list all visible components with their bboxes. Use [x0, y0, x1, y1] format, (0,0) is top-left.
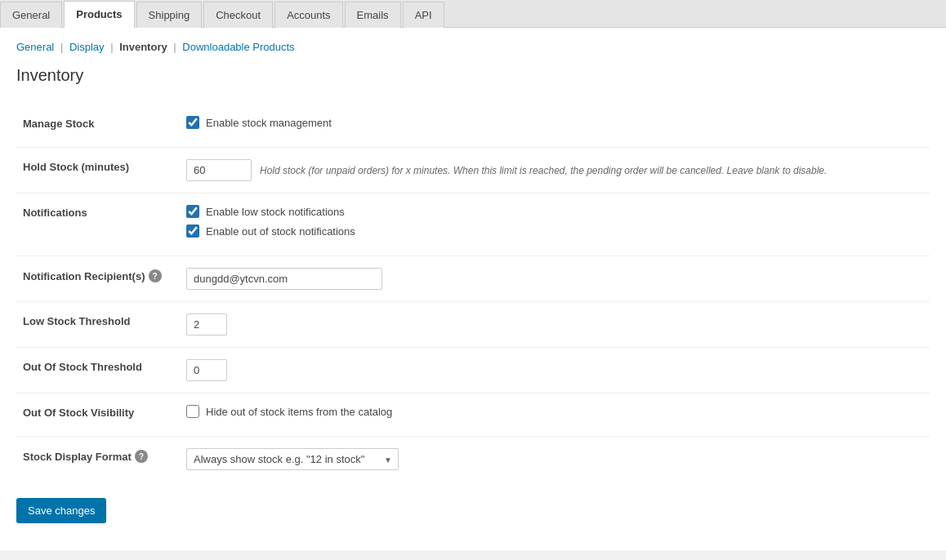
low-stock-checkbox-row: Enable low stock notifications [186, 205, 923, 218]
notification-recipients-field [180, 256, 930, 302]
hold-stock-row: Hold Stock (minutes) Hold stock (for unp… [16, 148, 930, 193]
tab-accounts[interactable]: Accounts [274, 2, 342, 28]
breadcrumb: General | Display | Inventory | Download… [16, 41, 930, 53]
hold-stock-input[interactable] [186, 159, 252, 181]
tabs-bar: General Products Shipping Checkout Accou… [0, 0, 946, 28]
hold-stock-field-with-desc: Hold stock (for unpaid orders) for x min… [186, 159, 923, 181]
out-of-stock-threshold-row: Out Of Stock Threshold [16, 348, 930, 393]
stock-display-format-select-wrapper: Always show stock e.g. "12 in stock" Onl… [186, 448, 399, 470]
tab-shipping[interactable]: Shipping [136, 2, 203, 28]
manage-stock-checkbox-label[interactable]: Enable stock management [206, 117, 332, 129]
out-of-stock-visibility-label: Out Of Stock Visibility [16, 393, 180, 437]
notifications-label: Notifications [16, 193, 180, 256]
settings-table: Manage Stock Enable stock management Hol… [16, 104, 930, 482]
notification-recipients-input[interactable] [186, 268, 382, 290]
tab-api[interactable]: API [403, 2, 444, 28]
stock-display-format-field: Always show stock e.g. "12 in stock" Onl… [180, 437, 930, 482]
notification-recipients-help-icon[interactable]: ? [149, 269, 162, 282]
out-of-stock-visibility-checkbox[interactable] [186, 405, 199, 418]
manage-stock-checkbox[interactable] [186, 116, 199, 129]
stock-display-format-select[interactable]: Always show stock e.g. "12 in stock" Onl… [186, 448, 399, 470]
low-stock-threshold-input[interactable] [186, 313, 227, 336]
out-stock-notification-label[interactable]: Enable out of stock notifications [206, 225, 355, 238]
low-stock-notification-label[interactable]: Enable low stock notifications [206, 206, 345, 218]
notification-recipients-row: Notification Recipient(s) ? [16, 256, 930, 302]
page-title: Inventory [16, 66, 930, 85]
out-of-stock-visibility-checkbox-label[interactable]: Hide out of stock items from the catalog [206, 406, 392, 418]
hold-stock-description: Hold stock (for unpaid orders) for x min… [260, 165, 827, 176]
out-of-stock-visibility-field: Hide out of stock items from the catalog [180, 393, 930, 437]
hold-stock-field: Hold stock (for unpaid orders) for x min… [180, 148, 930, 193]
save-changes-button[interactable]: Save changes [16, 498, 106, 523]
out-of-stock-threshold-field [180, 348, 930, 393]
notification-recipients-label: Notification Recipient(s) [23, 270, 145, 282]
manage-stock-row: Manage Stock Enable stock management [16, 104, 930, 148]
content-area: General | Display | Inventory | Download… [0, 28, 946, 550]
tab-general[interactable]: General [0, 2, 62, 28]
tab-emails[interactable]: Emails [345, 2, 401, 28]
out-of-stock-threshold-label: Out Of Stock Threshold [16, 348, 180, 393]
notifications-row: Notifications Enable low stock notificat… [16, 193, 930, 256]
tab-checkout[interactable]: Checkout [203, 2, 273, 28]
tab-products[interactable]: Products [64, 1, 134, 28]
notification-recipients-label-cell: Notification Recipient(s) ? [16, 256, 180, 302]
breadcrumb-general[interactable]: General [16, 41, 54, 53]
out-of-stock-visibility-row: Out Of Stock Visibility Hide out of stoc… [16, 393, 930, 437]
breadcrumb-inventory: Inventory [119, 41, 167, 53]
out-stock-checkbox-row: Enable out of stock notifications [186, 224, 923, 238]
notification-recipients-label-with-help: Notification Recipient(s) ? [23, 269, 163, 282]
stock-display-format-label: Stock Display Format [23, 451, 132, 463]
stock-display-format-label-cell: Stock Display Format ? [16, 437, 180, 482]
breadcrumb-downloadable[interactable]: Downloadable Products [182, 41, 294, 53]
stock-display-format-row: Stock Display Format ? Always show stock… [16, 437, 930, 482]
stock-display-format-help-icon[interactable]: ? [135, 450, 148, 463]
hold-stock-label: Hold Stock (minutes) [16, 148, 180, 193]
out-of-stock-threshold-input[interactable] [186, 359, 227, 381]
manage-stock-checkbox-row: Enable stock management [186, 116, 923, 129]
low-stock-notification-checkbox[interactable] [186, 205, 199, 218]
out-of-stock-visibility-checkbox-row: Hide out of stock items from the catalog [186, 405, 923, 418]
manage-stock-field: Enable stock management [180, 104, 930, 148]
low-stock-threshold-label: Low Stock Threshold [16, 302, 180, 348]
notifications-field: Enable low stock notifications Enable ou… [180, 193, 930, 256]
manage-stock-label: Manage Stock [16, 104, 180, 148]
breadcrumb-sep-3: | [173, 41, 176, 53]
breadcrumb-sep-2: | [110, 41, 113, 53]
breadcrumb-display[interactable]: Display [69, 41, 105, 53]
low-stock-threshold-field [180, 302, 930, 348]
breadcrumb-sep-1: | [60, 41, 63, 53]
out-stock-notification-checkbox[interactable] [186, 224, 199, 238]
stock-display-format-label-with-help: Stock Display Format ? [23, 450, 163, 463]
low-stock-threshold-row: Low Stock Threshold [16, 302, 930, 348]
